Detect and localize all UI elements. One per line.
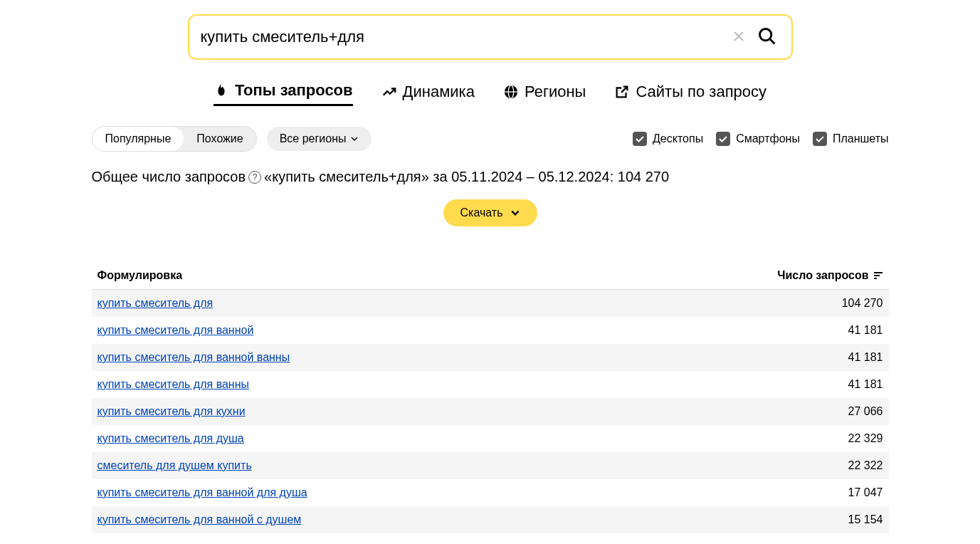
svg-point-0: [759, 28, 771, 40]
region-label: Все регионы: [280, 132, 347, 145]
query-link[interactable]: купить смеситель для ванны: [98, 378, 250, 391]
fire-icon: [214, 83, 229, 98]
table-row: купить смеситель для ванной41 181: [92, 317, 889, 344]
search-input[interactable]: [201, 28, 729, 46]
check-icon: [815, 134, 825, 144]
checkbox-desktop[interactable]: Десктопы: [633, 132, 703, 146]
filter-similar[interactable]: Похожие: [184, 127, 255, 151]
query-link[interactable]: смеситель для душем купить: [98, 459, 252, 472]
count-cell: 27 066: [848, 405, 883, 418]
query-link[interactable]: купить смеситель для ванной с душем: [98, 513, 302, 526]
filter-group: Популярные Похожие: [92, 126, 257, 152]
table-row: смеситель для душем купить22 322: [92, 452, 889, 479]
table-row: купить смеситель для душа22 329: [92, 425, 889, 452]
table-row: купить смеситель для кухни27 066: [92, 398, 889, 425]
checkbox-label: Смартфоны: [736, 132, 800, 145]
clear-button[interactable]: [729, 25, 749, 50]
filter-popular[interactable]: Популярные: [93, 127, 184, 151]
region-dropdown[interactable]: Все регионы: [267, 127, 372, 151]
search-icon: [757, 26, 777, 46]
check-icon: [718, 134, 728, 144]
info-icon[interactable]: ?: [248, 171, 261, 184]
checkbox-smartphone[interactable]: Смартфоны: [716, 132, 800, 146]
query-link[interactable]: купить смеситель для душа: [98, 432, 244, 445]
results-table: Формулировка Число запросов купить смеси…: [92, 262, 889, 533]
external-icon: [614, 84, 630, 100]
count-cell: 17 047: [848, 486, 883, 499]
tab-label: Регионы: [525, 83, 586, 101]
table-row: купить смеситель для104 270: [92, 290, 889, 317]
trend-icon: [381, 84, 397, 100]
chevron-down-icon: [350, 135, 359, 143]
checkbox-box: [716, 132, 730, 146]
download-button[interactable]: Скачать: [443, 199, 537, 226]
tab-label: Сайты по запросу: [636, 83, 766, 101]
count-cell: 22 322: [848, 459, 883, 472]
check-icon: [635, 134, 645, 144]
query-link[interactable]: купить смеситель для ванной для душа: [98, 486, 307, 499]
table-row: купить смеситель для ванной ванны41 181: [92, 344, 889, 371]
table-row: купить смеситель для ванной для душа17 0…: [92, 479, 889, 506]
column-query: Формулировка: [98, 269, 183, 282]
sort-icon: [873, 271, 883, 281]
close-icon: [733, 31, 744, 42]
count-cell: 15 154: [848, 513, 883, 526]
tab-label: Топы запросов: [235, 81, 353, 100]
checkbox-label: Планшеты: [833, 132, 889, 145]
count-cell: 104 270: [842, 297, 883, 310]
tabs: Топы запросов Динамика Регионы Сайты по …: [92, 81, 889, 106]
query-link[interactable]: купить смеситель для ванной: [98, 324, 254, 337]
chevron-down-icon: [510, 208, 520, 218]
search-box: [188, 14, 793, 60]
checkbox-box: [633, 132, 647, 146]
count-cell: 41 181: [848, 324, 883, 337]
count-cell: 41 181: [848, 351, 883, 364]
count-cell: 41 181: [848, 378, 883, 391]
checkbox-tablet[interactable]: Планшеты: [813, 132, 889, 146]
tab-label: Динамика: [403, 83, 475, 101]
globe-icon: [503, 84, 519, 100]
query-link[interactable]: купить смеситель для кухни: [98, 405, 246, 418]
checkbox-label: Десктопы: [653, 132, 703, 145]
download-label: Скачать: [460, 206, 503, 219]
search-button[interactable]: [754, 23, 780, 51]
checkbox-box: [813, 132, 827, 146]
query-link[interactable]: купить смеситель для ванной ванны: [98, 351, 290, 364]
column-count[interactable]: Число запросов: [777, 269, 882, 282]
table-row: купить смеситель для ванны41 181: [92, 371, 889, 398]
query-link[interactable]: купить смеситель для: [98, 297, 214, 310]
table-row: купить смеситель для ванной с душем15 15…: [92, 506, 889, 533]
tab-tops[interactable]: Топы запросов: [214, 81, 353, 106]
tab-regions[interactable]: Регионы: [503, 81, 586, 106]
tab-sites[interactable]: Сайты по запросу: [614, 81, 766, 106]
summary-text: Общее число запросов ? «купить смеситель…: [92, 169, 889, 185]
count-cell: 22 329: [848, 432, 883, 445]
tab-dynamics[interactable]: Динамика: [381, 81, 475, 106]
